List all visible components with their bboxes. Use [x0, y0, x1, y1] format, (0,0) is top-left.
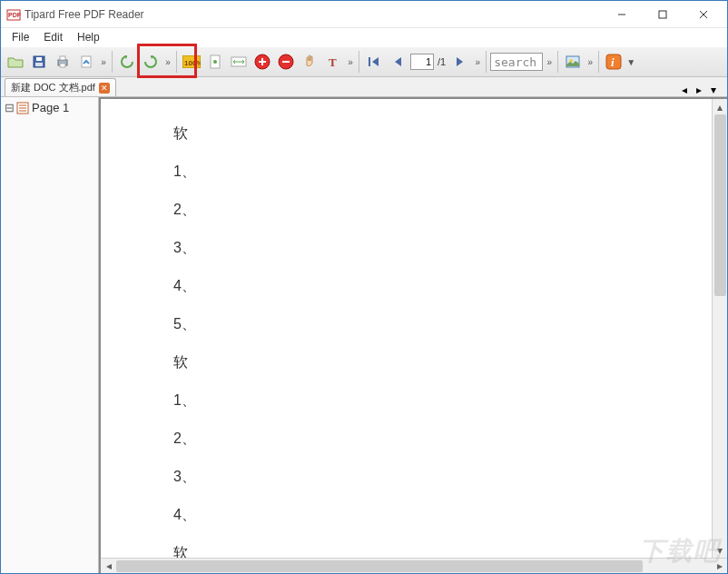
doc-line: 3、 — [173, 241, 727, 255]
rotate-right-button[interactable] — [140, 51, 162, 73]
rotate-left-button[interactable] — [116, 51, 138, 73]
page-thumbnail-icon — [16, 102, 29, 114]
next-page-button[interactable] — [449, 51, 471, 73]
vertical-scroll-thumb[interactable] — [714, 114, 726, 296]
sidebar: ⊟ Page 1 — [1, 97, 99, 573]
open-button[interactable] — [5, 51, 26, 73]
tab-label: 新建 DOC 文档.pdf — [11, 81, 95, 94]
doc-line: 3、 — [173, 470, 727, 484]
close-button[interactable] — [683, 2, 723, 27]
toolbar-overflow-6[interactable]: » — [585, 57, 595, 67]
svg-rect-10 — [60, 56, 65, 60]
toolbar-overflow-1[interactable]: » — [99, 57, 108, 67]
menu-help[interactable]: Help — [72, 29, 105, 45]
maximize-button[interactable] — [642, 2, 683, 27]
svg-rect-7 — [36, 57, 42, 61]
tab-close-button[interactable]: ✕ — [99, 83, 110, 94]
document-tab[interactable]: 新建 DOC 文档.pdf ✕ — [5, 78, 116, 96]
tree-collapse-icon[interactable]: ⊟ — [5, 101, 14, 114]
toolbar: » » 100% T » /1 » search » » i ▼ — [1, 46, 727, 77]
svg-rect-11 — [60, 64, 65, 67]
vertical-scrollbar[interactable]: ▴ ▾ — [712, 99, 727, 558]
svg-text:PDF: PDF — [8, 12, 21, 18]
scroll-down-button[interactable]: ▾ — [713, 542, 727, 558]
scroll-right-button[interactable]: ▸ — [712, 559, 727, 572]
svg-text:i: i — [611, 55, 615, 69]
svg-text:100%: 100% — [184, 59, 201, 67]
doc-line: 软 — [173, 355, 727, 370]
tree-page-item[interactable]: ⊟ Page 1 — [3, 99, 96, 116]
scroll-left-button[interactable]: ◂ — [101, 559, 116, 572]
doc-line: 软 — [173, 546, 727, 558]
fit-page-button[interactable] — [204, 51, 226, 73]
minimize-button[interactable] — [601, 2, 642, 27]
menu-file[interactable]: File — [6, 29, 34, 45]
window-title: Tipard Free PDF Reader — [25, 8, 601, 21]
first-page-button[interactable] — [363, 51, 385, 73]
svg-text:T: T — [329, 55, 337, 68]
search-input[interactable]: search — [490, 53, 543, 71]
doc-line: 1、 — [173, 164, 727, 179]
doc-line: 软 — [173, 126, 727, 141]
zoom-out-button[interactable] — [275, 51, 297, 73]
tab-scroll-right[interactable]: ▸ — [693, 84, 705, 96]
svg-rect-8 — [35, 63, 43, 66]
toolbar-overflow-4[interactable]: » — [473, 57, 482, 67]
app-icon: PDF — [6, 7, 21, 22]
toolbar-overflow-3[interactable]: » — [346, 57, 355, 67]
doc-line: 4、 — [173, 279, 727, 293]
doc-line: 5、 — [173, 317, 727, 332]
menu-edit[interactable]: Edit — [38, 29, 68, 45]
scroll-up-button[interactable]: ▴ — [713, 99, 727, 114]
prev-page-button[interactable] — [387, 51, 408, 73]
titlebar: PDF Tipard Free PDF Reader — [1, 1, 727, 28]
save-button[interactable] — [28, 51, 50, 73]
toolbar-dropdown[interactable]: ▼ — [626, 57, 635, 67]
info-button[interactable]: i — [603, 51, 625, 73]
doc-line: 2、 — [173, 431, 727, 446]
actual-size-button[interactable]: 100% — [181, 51, 202, 73]
doc-line: 4、 — [173, 508, 727, 522]
toolbar-overflow-5[interactable]: » — [545, 57, 554, 67]
horizontal-scrollbar[interactable]: ◂ ▸ — [101, 558, 727, 573]
page-content: 软1、2、3、4、5、软1、2、3、4、软 — [101, 99, 727, 558]
page-total-label: /1 — [438, 56, 446, 67]
document-area: 软1、2、3、4、5、软1、2、3、4、软 ▴ ▾ ◂ ▸ — [99, 97, 727, 573]
tabbar: 新建 DOC 文档.pdf ✕ ◂ ▸ ▾ — [1, 77, 727, 97]
tab-scroll-left[interactable]: ◂ — [678, 84, 691, 96]
page-number-input[interactable] — [410, 54, 434, 70]
hand-tool-button[interactable] — [299, 51, 320, 73]
content-area: ⊟ Page 1 软1、2、3、4、5、软1、2、3、4、软 ▴ ▾ ◂ ▸ — [1, 97, 727, 573]
text-select-button[interactable]: T — [322, 51, 344, 73]
snapshot-button[interactable] — [562, 51, 584, 73]
tree-page-label: Page 1 — [32, 101, 69, 114]
fit-width-button[interactable] — [228, 51, 250, 73]
tab-list-button[interactable]: ▾ — [707, 84, 720, 96]
toolbar-overflow-2[interactable]: » — [163, 57, 172, 67]
document-viewport[interactable]: 软1、2、3、4、5、软1、2、3、4、软 ▴ ▾ — [101, 97, 727, 558]
zoom-in-button[interactable] — [251, 51, 273, 73]
doc-line: 2、 — [173, 203, 727, 217]
horizontal-scroll-thumb[interactable] — [116, 560, 643, 572]
print-button[interactable] — [52, 51, 74, 73]
svg-point-16 — [213, 60, 217, 64]
page-up-button[interactable] — [75, 51, 97, 73]
menubar: File Edit Help — [1, 28, 727, 46]
doc-line: 1、 — [173, 393, 727, 408]
svg-rect-3 — [659, 11, 666, 18]
